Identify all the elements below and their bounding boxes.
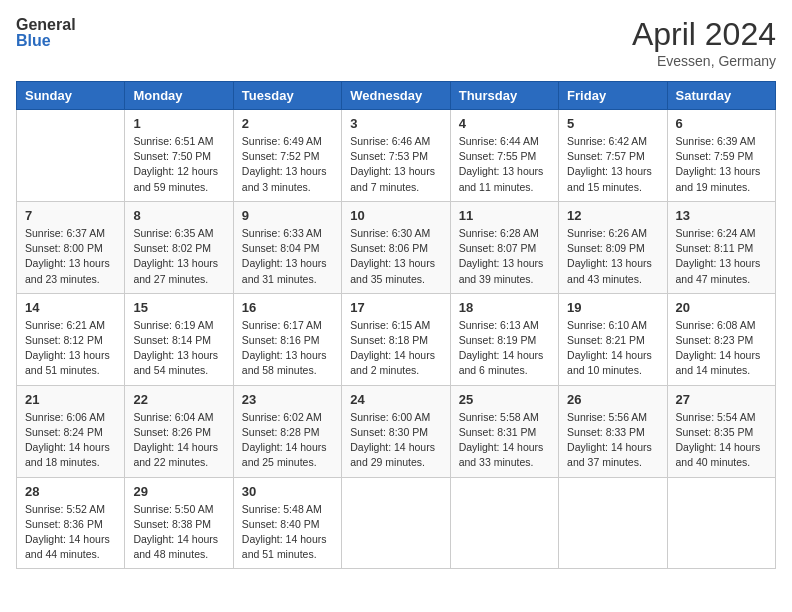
calendar-cell: 12Sunrise: 6:26 AM Sunset: 8:09 PM Dayli…: [559, 201, 667, 293]
day-detail: Sunrise: 6:49 AM Sunset: 7:52 PM Dayligh…: [242, 134, 333, 195]
header: General Blue General Blue April 2024 Eve…: [16, 16, 776, 69]
day-detail: Sunrise: 5:54 AM Sunset: 8:35 PM Dayligh…: [676, 410, 767, 471]
calendar-cell: 26Sunrise: 5:56 AM Sunset: 8:33 PM Dayli…: [559, 385, 667, 477]
day-number: 7: [25, 208, 116, 223]
day-detail: Sunrise: 6:15 AM Sunset: 8:18 PM Dayligh…: [350, 318, 441, 379]
day-number: 27: [676, 392, 767, 407]
day-number: 3: [350, 116, 441, 131]
week-row-2: 14Sunrise: 6:21 AM Sunset: 8:12 PM Dayli…: [17, 293, 776, 385]
calendar-cell: 2Sunrise: 6:49 AM Sunset: 7:52 PM Daylig…: [233, 110, 341, 202]
logo: General Blue General Blue: [16, 16, 76, 49]
day-detail: Sunrise: 6:39 AM Sunset: 7:59 PM Dayligh…: [676, 134, 767, 195]
calendar-cell: 23Sunrise: 6:02 AM Sunset: 8:28 PM Dayli…: [233, 385, 341, 477]
day-number: 14: [25, 300, 116, 315]
calendar-cell: 25Sunrise: 5:58 AM Sunset: 8:31 PM Dayli…: [450, 385, 558, 477]
calendar-cell: 20Sunrise: 6:08 AM Sunset: 8:23 PM Dayli…: [667, 293, 775, 385]
calendar-cell: 4Sunrise: 6:44 AM Sunset: 7:55 PM Daylig…: [450, 110, 558, 202]
header-monday: Monday: [125, 82, 233, 110]
day-detail: Sunrise: 6:13 AM Sunset: 8:19 PM Dayligh…: [459, 318, 550, 379]
day-detail: Sunrise: 6:33 AM Sunset: 8:04 PM Dayligh…: [242, 226, 333, 287]
calendar-cell: 9Sunrise: 6:33 AM Sunset: 8:04 PM Daylig…: [233, 201, 341, 293]
day-detail: Sunrise: 6:06 AM Sunset: 8:24 PM Dayligh…: [25, 410, 116, 471]
day-number: 19: [567, 300, 658, 315]
calendar-cell: 3Sunrise: 6:46 AM Sunset: 7:53 PM Daylig…: [342, 110, 450, 202]
week-row-4: 28Sunrise: 5:52 AM Sunset: 8:36 PM Dayli…: [17, 477, 776, 569]
day-detail: Sunrise: 5:48 AM Sunset: 8:40 PM Dayligh…: [242, 502, 333, 563]
day-number: 18: [459, 300, 550, 315]
calendar-cell: 5Sunrise: 6:42 AM Sunset: 7:57 PM Daylig…: [559, 110, 667, 202]
day-detail: Sunrise: 5:58 AM Sunset: 8:31 PM Dayligh…: [459, 410, 550, 471]
header-saturday: Saturday: [667, 82, 775, 110]
calendar-cell: 11Sunrise: 6:28 AM Sunset: 8:07 PM Dayli…: [450, 201, 558, 293]
day-detail: Sunrise: 5:50 AM Sunset: 8:38 PM Dayligh…: [133, 502, 224, 563]
day-detail: Sunrise: 6:51 AM Sunset: 7:50 PM Dayligh…: [133, 134, 224, 195]
day-number: 23: [242, 392, 333, 407]
header-sunday: Sunday: [17, 82, 125, 110]
day-number: 16: [242, 300, 333, 315]
day-detail: Sunrise: 6:28 AM Sunset: 8:07 PM Dayligh…: [459, 226, 550, 287]
calendar-cell: 17Sunrise: 6:15 AM Sunset: 8:18 PM Dayli…: [342, 293, 450, 385]
calendar-cell: 8Sunrise: 6:35 AM Sunset: 8:02 PM Daylig…: [125, 201, 233, 293]
calendar-table: SundayMondayTuesdayWednesdayThursdayFrid…: [16, 81, 776, 569]
day-number: 5: [567, 116, 658, 131]
calendar-cell: 30Sunrise: 5:48 AM Sunset: 8:40 PM Dayli…: [233, 477, 341, 569]
header-tuesday: Tuesday: [233, 82, 341, 110]
day-detail: Sunrise: 6:21 AM Sunset: 8:12 PM Dayligh…: [25, 318, 116, 379]
calendar-cell: 15Sunrise: 6:19 AM Sunset: 8:14 PM Dayli…: [125, 293, 233, 385]
calendar-cell: 18Sunrise: 6:13 AM Sunset: 8:19 PM Dayli…: [450, 293, 558, 385]
day-detail: Sunrise: 6:37 AM Sunset: 8:00 PM Dayligh…: [25, 226, 116, 287]
day-number: 1: [133, 116, 224, 131]
day-detail: Sunrise: 5:56 AM Sunset: 8:33 PM Dayligh…: [567, 410, 658, 471]
calendar-cell: 16Sunrise: 6:17 AM Sunset: 8:16 PM Dayli…: [233, 293, 341, 385]
calendar-cell: 19Sunrise: 6:10 AM Sunset: 8:21 PM Dayli…: [559, 293, 667, 385]
day-detail: Sunrise: 6:10 AM Sunset: 8:21 PM Dayligh…: [567, 318, 658, 379]
week-row-3: 21Sunrise: 6:06 AM Sunset: 8:24 PM Dayli…: [17, 385, 776, 477]
title-area: April 2024 Evessen, Germany: [632, 16, 776, 69]
calendar-cell: 24Sunrise: 6:00 AM Sunset: 8:30 PM Dayli…: [342, 385, 450, 477]
day-detail: Sunrise: 5:52 AM Sunset: 8:36 PM Dayligh…: [25, 502, 116, 563]
day-detail: Sunrise: 6:00 AM Sunset: 8:30 PM Dayligh…: [350, 410, 441, 471]
day-detail: Sunrise: 6:26 AM Sunset: 8:09 PM Dayligh…: [567, 226, 658, 287]
day-number: 9: [242, 208, 333, 223]
location-title: Evessen, Germany: [632, 53, 776, 69]
day-detail: Sunrise: 6:08 AM Sunset: 8:23 PM Dayligh…: [676, 318, 767, 379]
month-title: April 2024: [632, 16, 776, 53]
day-detail: Sunrise: 6:35 AM Sunset: 8:02 PM Dayligh…: [133, 226, 224, 287]
day-number: 17: [350, 300, 441, 315]
day-detail: Sunrise: 6:17 AM Sunset: 8:16 PM Dayligh…: [242, 318, 333, 379]
calendar-cell: 13Sunrise: 6:24 AM Sunset: 8:11 PM Dayli…: [667, 201, 775, 293]
calendar-cell: 28Sunrise: 5:52 AM Sunset: 8:36 PM Dayli…: [17, 477, 125, 569]
calendar-cell: 21Sunrise: 6:06 AM Sunset: 8:24 PM Dayli…: [17, 385, 125, 477]
day-detail: Sunrise: 6:19 AM Sunset: 8:14 PM Dayligh…: [133, 318, 224, 379]
day-number: 2: [242, 116, 333, 131]
calendar-cell: [559, 477, 667, 569]
header-wednesday: Wednesday: [342, 82, 450, 110]
calendar-cell: 7Sunrise: 6:37 AM Sunset: 8:00 PM Daylig…: [17, 201, 125, 293]
day-number: 24: [350, 392, 441, 407]
day-number: 30: [242, 484, 333, 499]
calendar-cell: [450, 477, 558, 569]
calendar-header-row: SundayMondayTuesdayWednesdayThursdayFrid…: [17, 82, 776, 110]
day-detail: Sunrise: 6:46 AM Sunset: 7:53 PM Dayligh…: [350, 134, 441, 195]
day-detail: Sunrise: 6:30 AM Sunset: 8:06 PM Dayligh…: [350, 226, 441, 287]
header-thursday: Thursday: [450, 82, 558, 110]
day-number: 6: [676, 116, 767, 131]
header-friday: Friday: [559, 82, 667, 110]
calendar-cell: [17, 110, 125, 202]
calendar-cell: 29Sunrise: 5:50 AM Sunset: 8:38 PM Dayli…: [125, 477, 233, 569]
day-number: 4: [459, 116, 550, 131]
day-number: 28: [25, 484, 116, 499]
day-number: 15: [133, 300, 224, 315]
calendar-cell: 10Sunrise: 6:30 AM Sunset: 8:06 PM Dayli…: [342, 201, 450, 293]
day-number: 13: [676, 208, 767, 223]
calendar-cell: [342, 477, 450, 569]
week-row-1: 7Sunrise: 6:37 AM Sunset: 8:00 PM Daylig…: [17, 201, 776, 293]
calendar-cell: 22Sunrise: 6:04 AM Sunset: 8:26 PM Dayli…: [125, 385, 233, 477]
day-detail: Sunrise: 6:04 AM Sunset: 8:26 PM Dayligh…: [133, 410, 224, 471]
day-number: 25: [459, 392, 550, 407]
day-detail: Sunrise: 6:24 AM Sunset: 8:11 PM Dayligh…: [676, 226, 767, 287]
day-number: 11: [459, 208, 550, 223]
calendar-cell: 27Sunrise: 5:54 AM Sunset: 8:35 PM Dayli…: [667, 385, 775, 477]
day-number: 21: [25, 392, 116, 407]
logo-blue-text: Blue: [16, 32, 76, 50]
